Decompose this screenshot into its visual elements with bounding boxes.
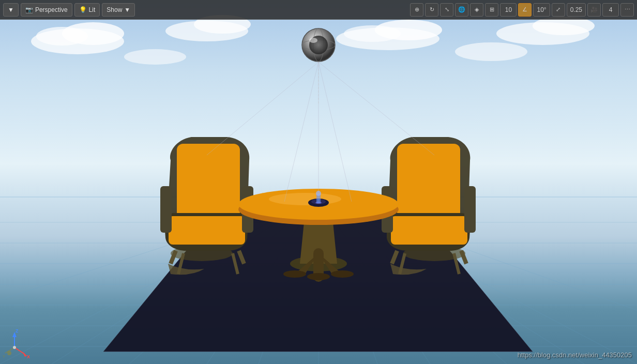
svg-point-59 <box>269 193 341 205</box>
svg-line-50 <box>461 251 466 264</box>
rotation-snap-btn[interactable]: ∠ <box>518 3 532 17</box>
svg-point-11 <box>124 49 186 65</box>
lit-btn[interactable]: 💡 Lit <box>74 3 100 17</box>
grid-snap-btn[interactable]: ⊞ <box>485 3 498 17</box>
svg-point-54 <box>283 270 306 278</box>
svg-point-56 <box>307 273 330 280</box>
camera-speed-value[interactable]: 4 <box>602 3 619 17</box>
viewport: Z X Y ▼ 📷 Perspective 💡 Lit Show ▼ <box>0 0 637 364</box>
scale-snap-value[interactable]: 0.25 <box>567 3 586 17</box>
grid-size-value[interactable]: 10 <box>500 3 517 17</box>
lit-label: Lit <box>89 6 96 13</box>
svg-rect-36 <box>177 144 240 219</box>
svg-point-83 <box>13 346 16 349</box>
svg-text:X: X <box>27 354 30 359</box>
svg-line-64 <box>318 62 434 155</box>
perspective-btn[interactable]: 📷 Perspective <box>21 3 72 17</box>
toolbar-right-section: ⊕ ↻ ⤡ 🌐 ◈ ⊞ 10 ∠ 10° <box>410 3 634 17</box>
svg-rect-45 <box>397 144 460 219</box>
surface-snapping-btn[interactable]: ◈ <box>470 3 483 17</box>
svg-line-65 <box>284 62 318 202</box>
svg-point-84 <box>7 351 11 355</box>
scale-tool-btn[interactable]: ⤡ <box>440 3 453 17</box>
svg-point-74 <box>309 38 317 43</box>
svg-text:Y: Y <box>3 354 6 359</box>
rotate-tool-btn[interactable]: ↻ <box>425 3 438 17</box>
svg-rect-48 <box>464 186 476 233</box>
svg-line-66 <box>318 62 352 202</box>
svg-point-2 <box>36 27 88 46</box>
svg-marker-80 <box>23 352 27 357</box>
maximize-viewport-btn[interactable]: ⤢ <box>552 3 565 17</box>
show-btn[interactable]: Show ▼ <box>102 3 135 17</box>
camera-icon: 📷 <box>25 6 33 13</box>
perspective-label: Perspective <box>35 6 68 13</box>
svg-text:Z: Z <box>16 328 19 333</box>
world-space-btn[interactable]: 🌐 <box>455 3 468 17</box>
translate-tool-btn[interactable]: ⊕ <box>410 3 423 17</box>
arrow-down-icon: ▼ <box>8 6 14 13</box>
url-watermark: https://blog.csdn.net/weixin_44350205 <box>518 351 632 359</box>
scene-canvas: Z X Y <box>0 0 637 364</box>
svg-line-62 <box>207 62 318 155</box>
viewport-arrow-btn[interactable]: ▼ <box>3 3 19 17</box>
dropdown-icon: ▼ <box>124 6 130 13</box>
show-label: Show <box>107 6 122 13</box>
svg-point-69 <box>316 191 321 196</box>
svg-point-10 <box>455 42 527 61</box>
rotation-snap-value[interactable]: 10° <box>533 3 550 17</box>
svg-point-7 <box>344 25 401 42</box>
camera-speed-btn[interactable]: 🎥 <box>587 3 601 17</box>
svg-point-55 <box>331 270 354 278</box>
bulb-icon: 💡 <box>79 6 87 13</box>
svg-rect-37 <box>169 216 245 245</box>
svg-rect-46 <box>391 216 467 245</box>
viewport-options-btn[interactable]: ⋯ <box>620 3 634 17</box>
viewport-toolbar: ▼ 📷 Perspective 💡 Lit Show ▼ ⊕ ↻ ⤡ <box>0 0 637 20</box>
svg-rect-38 <box>160 186 172 233</box>
